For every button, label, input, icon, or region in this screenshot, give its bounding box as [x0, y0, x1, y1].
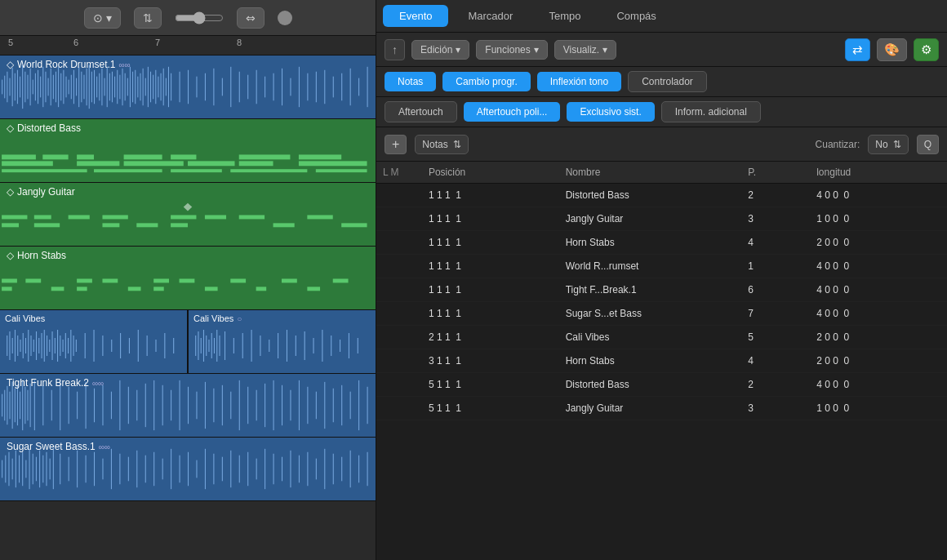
- svg-rect-26: [69, 80, 69, 95]
- cell-longitud: 4 0 0 0: [810, 302, 947, 326]
- svg-rect-52: [135, 70, 136, 104]
- cell-p: 1: [741, 255, 810, 278]
- aftertouch-btn[interactable]: Aftertouch: [385, 101, 457, 122]
- cell-longitud: 4 0 0 0: [810, 184, 947, 207]
- svg-rect-117: [171, 223, 188, 227]
- cali-vibes-waveform2: [193, 323, 371, 368]
- svg-rect-154: [41, 333, 42, 358]
- table-row[interactable]: 2 1 1 1 Cali Vibes 5 2 0 0 0: [376, 326, 947, 349]
- svg-rect-265: [29, 449, 30, 489]
- table-row[interactable]: 1 1 1 1 Tight F...Break.1 6 4 0 0 0: [376, 278, 947, 302]
- cambio-progr-btn[interactable]: Cambio progr.: [442, 72, 530, 91]
- tracks-container: ◇ World Rock Drumset.1 ∞∞: [0, 56, 376, 560]
- svg-rect-235: [188, 387, 189, 424]
- table-row[interactable]: 5 1 1 1 Distorted Bass 2 4 0 0 0: [376, 373, 947, 397]
- track-sugar-sweet[interactable]: Sugar Sweet Bass.1 ∞∞: [0, 438, 376, 501]
- funciones-label: Funciones: [485, 44, 530, 56]
- back-btn[interactable]: ↑: [385, 39, 405, 60]
- svg-rect-271: [50, 459, 51, 480]
- inflexion-tono-btn[interactable]: Inflexión tono: [537, 72, 621, 91]
- expand-icon-btn[interactable]: ⇔: [237, 7, 265, 29]
- svg-rect-124: [2, 278, 17, 282]
- table-body: 1 1 1 1 Distorted Bass 2 4 0 0 0 1 1 1 1…: [376, 184, 947, 420]
- svg-rect-306: [341, 457, 342, 482]
- inform-adicional-btn[interactable]: Inform. adicional: [661, 101, 761, 122]
- svg-rect-280: [119, 454, 120, 485]
- svg-rect-261: [16, 451, 16, 487]
- svg-rect-110: [34, 215, 51, 219]
- svg-rect-144: [15, 330, 16, 362]
- cali-vibes-waveform1: [5, 323, 182, 368]
- svg-rect-279: [111, 449, 112, 489]
- table-row[interactable]: 1 1 1 1 Horn Stabs 4 2 0 0 0: [376, 231, 947, 255]
- svg-rect-273: [60, 454, 60, 485]
- svg-rect-170: [102, 336, 103, 356]
- palette-icon-btn[interactable]: 🎨: [877, 38, 907, 61]
- table-row[interactable]: 1 1 1 1 Jangly Guitar 3 1 0 0 0: [376, 207, 947, 231]
- track-label-cali2: Cali Vibes: [193, 313, 233, 323]
- event-filter-row: + Notas ⇅ Cuantizar: No ⇅ Q: [376, 127, 947, 162]
- table-row[interactable]: 1 1 1 1 World R...rumset 1 4 0 0 0: [376, 255, 947, 278]
- track-jangly-guitar[interactable]: ◇ Jangly Guitar: [0, 183, 376, 247]
- svg-rect-60: [155, 70, 156, 104]
- svg-rect-281: [128, 457, 129, 482]
- svg-rect-295: [247, 452, 248, 486]
- svg-rect-305: [333, 454, 334, 485]
- notas-btn[interactable]: Notas: [385, 72, 436, 91]
- svg-rect-138: [282, 278, 297, 282]
- settings-icon-btn[interactable]: ⚙: [914, 38, 939, 61]
- visualiz-btn[interactable]: Visualiz. ▾: [554, 40, 616, 60]
- cell-pos: 1 1 1 1: [422, 278, 559, 302]
- aftertouch-poli-btn[interactable]: Aftertouch poli...: [464, 102, 561, 122]
- tab-tempo[interactable]: Tempo: [532, 5, 597, 27]
- svg-rect-114: [102, 223, 119, 227]
- table-row[interactable]: 3 1 1 1 Horn Stabs 4 2 0 0 0: [376, 349, 947, 373]
- svg-rect-175: [147, 336, 148, 356]
- chevron-icon: ▾: [534, 44, 539, 56]
- cell-lm: [376, 373, 422, 397]
- track-tight-funk[interactable]: Tight Funk Break.2 ∞∞: [0, 374, 376, 438]
- table-row[interactable]: 5 1 1 1 Jangly Guitar 3 1 0 0 0: [376, 397, 947, 420]
- tab-marcador[interactable]: Marcador: [451, 5, 529, 27]
- svg-rect-165: [70, 330, 71, 362]
- track-label-cali1: Cali Vibes: [5, 313, 45, 323]
- svg-rect-228: [128, 387, 129, 424]
- svg-rect-160: [57, 330, 58, 362]
- exclusivo-sist-btn[interactable]: Exclusivo sist.: [567, 102, 654, 122]
- svg-rect-284: [153, 452, 154, 486]
- svg-rect-31: [81, 72, 82, 103]
- track-cali-vibes[interactable]: Cali Vibes: [0, 310, 376, 374]
- midi-icon-btn[interactable]: ⇄: [845, 38, 870, 61]
- track-world-rock[interactable]: ◇ World Rock Drumset.1 ∞∞: [0, 56, 376, 119]
- svg-rect-35: [91, 72, 92, 103]
- cuantizar-select[interactable]: No ⇅: [868, 135, 908, 154]
- svg-rect-96: [124, 154, 162, 159]
- table-row[interactable]: 1 1 1 1 Distorted Bass 2 4 0 0 0: [376, 184, 947, 207]
- svg-rect-285: [162, 459, 163, 480]
- expand-icon: ⇔: [246, 11, 256, 24]
- funciones-btn[interactable]: Funciones ▾: [476, 40, 547, 60]
- track-horn-stabs[interactable]: ◇ Horn Stabs: [0, 247, 376, 310]
- swap-icon-btn[interactable]: ⇅: [134, 7, 162, 29]
- track-arrow-icon: ◇: [7, 122, 14, 134]
- svg-rect-183: [206, 336, 207, 356]
- notas-select[interactable]: Notas ⇅: [415, 135, 468, 154]
- loop-icon: ∞∞: [118, 60, 130, 69]
- tab-evento[interactable]: Evento: [383, 5, 448, 27]
- add-event-btn[interactable]: +: [385, 135, 407, 154]
- track-distorted-bass[interactable]: ◇ Distorted Bass: [0, 119, 376, 183]
- tab-compas[interactable]: Compás: [600, 5, 672, 27]
- cycle-btn[interactable]: ⊙ ▾: [84, 7, 121, 29]
- svg-rect-198: [305, 331, 305, 360]
- cell-pos: 5 1 1 1: [422, 397, 559, 420]
- svg-rect-269: [42, 456, 43, 483]
- svg-rect-47: [122, 69, 123, 105]
- q-btn[interactable]: Q: [917, 135, 939, 154]
- col-header-posicion: Posición: [422, 162, 559, 184]
- svg-rect-27: [71, 75, 72, 100]
- controlador-btn[interactable]: Controlador: [628, 71, 707, 92]
- volume-slider[interactable]: [175, 11, 224, 24]
- edicion-btn[interactable]: Edición ▾: [411, 40, 469, 60]
- svg-rect-1: [4, 76, 5, 99]
- table-row[interactable]: 1 1 1 1 Sugar S...et Bass 7 4 0 0 0: [376, 302, 947, 326]
